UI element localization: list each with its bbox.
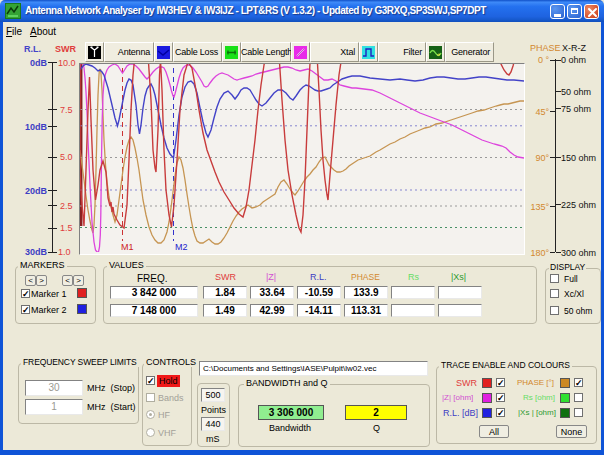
svg-text:M2: M2 [175, 242, 188, 252]
svg-text:M1: M1 [121, 242, 134, 252]
